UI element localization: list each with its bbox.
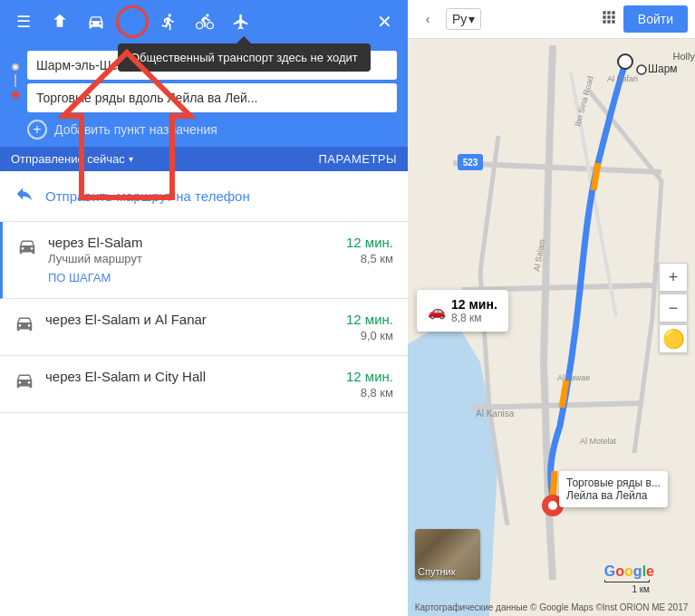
google-logo: Google bbox=[604, 563, 654, 580]
route-item-main: через El-Salam и City Hall 12 мин. bbox=[45, 369, 393, 384]
scale-label: 1 км bbox=[632, 584, 650, 594]
send-route-label: Отправить маршрут на телефон bbox=[45, 188, 250, 204]
route-bubble: 🚗 12 мин. 8,8 км bbox=[417, 290, 508, 332]
language-selector[interactable]: Ру ▾ bbox=[446, 8, 481, 30]
dot-line bbox=[14, 74, 16, 87]
route-time: 12 мин. bbox=[346, 235, 393, 250]
route-dots bbox=[11, 51, 20, 147]
svg-point-17 bbox=[637, 65, 646, 74]
map-panel: Ibn Sina Road Al Salam Al Kanisa Al Tawa… bbox=[408, 0, 695, 616]
dest-label-text: Торговые ряды в... Лейла ва Лейла bbox=[566, 476, 661, 502]
svg-text:523: 523 bbox=[463, 158, 478, 168]
destination-field[interactable]: Торговые ряды вдоль Лейла ва Лей... bbox=[27, 83, 397, 112]
holly-label: Holly bbox=[673, 51, 695, 62]
satellite-label: Спутник bbox=[418, 566, 455, 577]
chevron-down-icon: ▾ bbox=[129, 154, 133, 164]
route-item-content: через El-Salam и Al Fanar 12 мин. 9,0 км bbox=[45, 312, 393, 342]
car-route-icon bbox=[14, 369, 34, 399]
satellite-thumbnail[interactable]: Спутник bbox=[415, 529, 480, 580]
depart-label: Отправление сейчас bbox=[11, 152, 125, 166]
depart-button[interactable]: Отправление сейчас ▾ bbox=[11, 152, 133, 166]
route-time: 12 мин. bbox=[346, 369, 393, 384]
destination-label: Торговые ряды в... Лейла ва Лейла bbox=[559, 471, 668, 507]
route-item-main: через El-Salam 12 мин. bbox=[48, 235, 393, 250]
route-item[interactable]: через El-Salam 12 мин. Лучший маршрут 8,… bbox=[0, 222, 408, 299]
send-icon bbox=[14, 184, 34, 208]
route-dist: 8,5 км bbox=[361, 252, 393, 265]
svg-text:Al Motelat: Al Motelat bbox=[580, 437, 617, 446]
tooltip-text: Общественный транспорт здесь не ходит bbox=[118, 43, 371, 72]
svg-text:Al Kanisa: Al Kanisa bbox=[476, 409, 515, 419]
add-destination-label: Добавить пункт назначения bbox=[54, 122, 217, 137]
bubble-time: 12 мин. bbox=[451, 297, 497, 312]
close-button[interactable]: ✕ bbox=[368, 5, 401, 38]
tooltip: Общественный транспорт здесь не ходит bbox=[118, 43, 371, 72]
map-header: ‹ Ру ▾ Войти bbox=[408, 0, 695, 39]
scale-line bbox=[604, 580, 650, 582]
grid-icon[interactable] bbox=[600, 8, 618, 31]
route-item[interactable]: через El-Salam и Al Fanar 12 мин. 9,0 км bbox=[0, 299, 408, 356]
params-button[interactable]: ПАРАМЕТРЫ bbox=[318, 152, 397, 166]
bubble-info: 12 мин. 8,8 км bbox=[451, 297, 497, 324]
route-item-main: через El-Salam и Al Fanar 12 мин. bbox=[45, 312, 393, 327]
route-via: через El-Salam и City Hall bbox=[45, 369, 206, 384]
route-item-content: через El-Salam и City Hall 12 мин. 8,8 к… bbox=[45, 369, 393, 399]
signin-button[interactable]: Войти bbox=[623, 5, 688, 33]
zoom-out-button[interactable]: − bbox=[659, 294, 688, 322]
origin-dot bbox=[12, 63, 19, 71]
route-time: 12 мин. bbox=[346, 312, 393, 327]
send-route-row[interactable]: Отправить маршрут на телефон bbox=[0, 171, 408, 222]
zoom-in-button[interactable]: + bbox=[659, 263, 688, 292]
lang-label: Ру bbox=[452, 12, 467, 26]
route-via: через El-Salam bbox=[48, 235, 142, 250]
svg-text:Al Safari: Al Safari bbox=[607, 74, 638, 83]
car-icon[interactable] bbox=[80, 5, 112, 38]
route-steps: ПО ШАГАМ bbox=[48, 269, 393, 285]
route-item[interactable]: через El-Salam и City Hall 12 мин. 8,8 к… bbox=[0, 356, 408, 413]
destination-dot bbox=[11, 91, 20, 100]
walk-icon[interactable] bbox=[152, 5, 185, 38]
svg-point-7 bbox=[618, 54, 632, 69]
route-sub: 8,8 км bbox=[45, 386, 393, 399]
transit-icon[interactable] bbox=[116, 5, 149, 38]
nav-bar: ☰ bbox=[0, 0, 408, 43]
bubble-dist: 8,8 км bbox=[451, 312, 497, 324]
route-dist: 9,0 км bbox=[361, 329, 393, 342]
map-back-button[interactable]: ‹ bbox=[415, 6, 440, 32]
add-destination[interactable]: + Добавить пункт назначения bbox=[27, 116, 397, 147]
route-sub: 9,0 км bbox=[45, 329, 393, 342]
menu-icon[interactable]: ☰ bbox=[7, 5, 40, 38]
bubble-car-icon: 🚗 bbox=[428, 303, 446, 320]
options-bar: Отправление сейчас ▾ ПАРАМЕТРЫ bbox=[0, 147, 408, 171]
left-panel: ☰ bbox=[0, 0, 408, 616]
route-via: через El-Salam и Al Fanar bbox=[45, 312, 207, 327]
route-dist: 8,8 км bbox=[361, 386, 393, 399]
steps-link[interactable]: ПО ШАГАМ bbox=[48, 271, 111, 284]
scale-bar: 1 км bbox=[604, 580, 650, 594]
route-item-content: через El-Salam 12 мин. Лучший маршрут 8,… bbox=[48, 235, 393, 285]
route-best-label: Лучший маршрут bbox=[48, 252, 142, 265]
map-attribution: Картографические данные © Google Maps ©I… bbox=[408, 602, 695, 612]
plus-icon: + bbox=[27, 120, 47, 140]
route-list: через El-Salam 12 мин. Лучший маршрут 8,… bbox=[0, 222, 408, 616]
route-sub: Лучший маршрут 8,5 км bbox=[48, 252, 393, 265]
car-route-icon bbox=[14, 312, 34, 342]
svg-text:Al Tawae: Al Tawae bbox=[557, 373, 590, 382]
directions-icon[interactable] bbox=[43, 5, 76, 38]
street-view-button[interactable]: 🟡 bbox=[659, 324, 688, 353]
lang-chevron-icon: ▾ bbox=[468, 12, 475, 26]
svg-text:Шарм: Шарм bbox=[648, 63, 678, 75]
map-controls: + − 🟡 bbox=[659, 263, 688, 353]
car-route-icon bbox=[17, 235, 37, 285]
plane-icon[interactable] bbox=[225, 5, 257, 38]
svg-point-6 bbox=[548, 501, 557, 510]
satellite-inner: Спутник bbox=[415, 529, 480, 580]
bike-icon[interactable] bbox=[188, 5, 221, 38]
